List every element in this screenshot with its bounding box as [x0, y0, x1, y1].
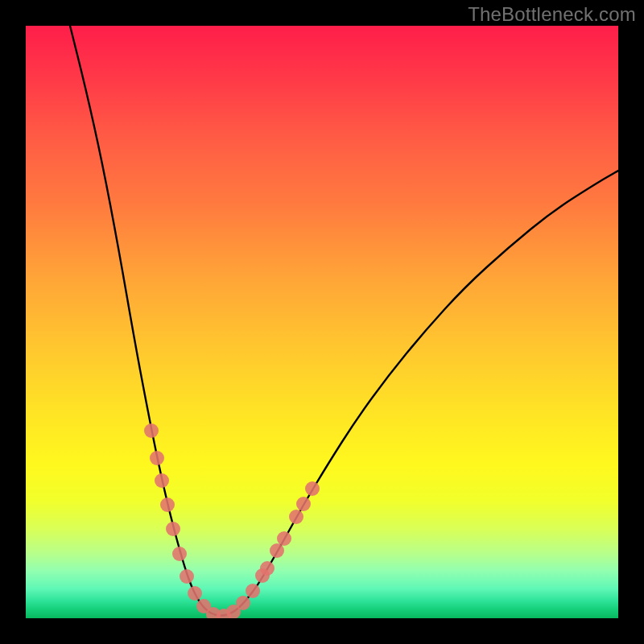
pink-dot — [246, 584, 260, 598]
pink-dot — [172, 547, 187, 561]
pink-dot — [289, 510, 303, 524]
chart-svg — [26, 26, 618, 618]
chart-frame: TheBottleneck.com — [0, 0, 644, 644]
black-curve — [70, 26, 618, 616]
pink-dot — [155, 473, 169, 488]
pink-dot — [180, 569, 194, 584]
pink-dot — [188, 586, 202, 601]
pink-dot — [296, 497, 311, 511]
pink-dot — [144, 423, 159, 438]
pink-dot — [150, 451, 164, 465]
pink-dot — [166, 522, 180, 536]
pink-dot — [277, 531, 291, 546]
pink-dot — [160, 497, 175, 512]
pink-dot — [270, 543, 284, 558]
pink-dots-group — [144, 423, 320, 618]
pink-dot — [260, 561, 275, 576]
pink-dot — [236, 596, 250, 610]
watermark-text: TheBottleneck.com — [468, 3, 636, 26]
chart-plot-area — [26, 26, 618, 618]
pink-dot — [305, 481, 320, 496]
